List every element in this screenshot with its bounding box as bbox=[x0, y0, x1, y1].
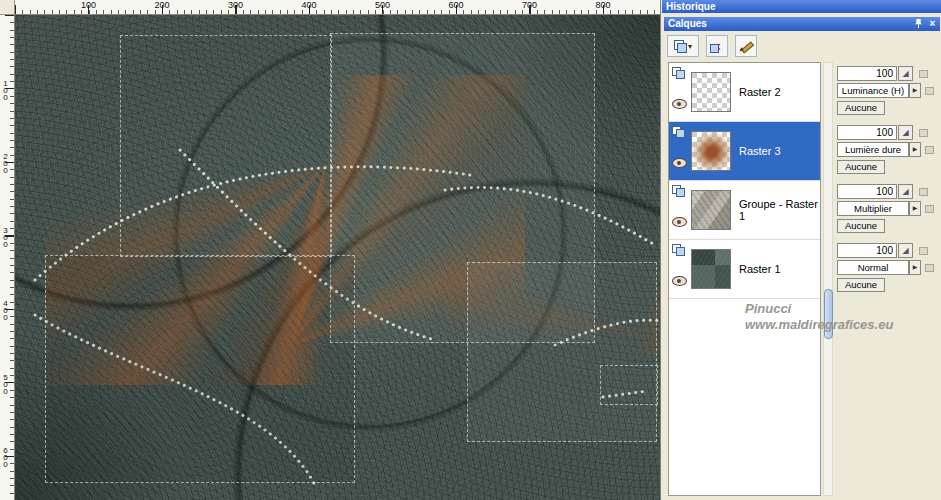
delete-layer-button[interactable]: × bbox=[706, 35, 728, 57]
visibility-eye-icon[interactable] bbox=[672, 217, 687, 227]
layer-controls-raster1: 100 ◢ Normal ▶ Aucune bbox=[835, 243, 941, 295]
layer-thumbnail bbox=[691, 72, 731, 112]
chevron-down-icon: ▾ bbox=[688, 42, 692, 51]
layer-thumbnail bbox=[691, 190, 731, 230]
opacity-slider-button[interactable]: ◢ bbox=[898, 184, 913, 199]
layer-controls-groupe-raster1: 100 ◢ Multiplier ▶ Aucune bbox=[835, 184, 941, 236]
layer-indicator-icon bbox=[925, 146, 934, 154]
pencil-icon bbox=[739, 39, 753, 53]
link-set-button[interactable]: Aucune bbox=[837, 160, 885, 174]
layer-type-icon bbox=[672, 244, 686, 256]
layer-type-icon bbox=[672, 185, 686, 197]
horizontal-ruler: 100 200 300 400 500 600 700 800 bbox=[15, 0, 660, 15]
blend-mode-arrow-icon[interactable]: ▶ bbox=[909, 142, 921, 157]
opacity-field[interactable]: 100 bbox=[837, 66, 897, 81]
watermark-text: Pinucci www.maldiregrafices.eu bbox=[745, 301, 893, 333]
new-layer-button[interactable]: ▾ bbox=[667, 35, 699, 57]
layer-indicator-icon bbox=[925, 87, 934, 95]
blend-mode-select[interactable]: Multiplier bbox=[837, 201, 909, 216]
link-set-button[interactable]: Aucune bbox=[837, 278, 885, 292]
right-panel: Historique Calques × ▾ × bbox=[660, 0, 941, 500]
layer-indicator-icon bbox=[925, 264, 934, 272]
watermark-line2: www.maldiregrafices.eu bbox=[745, 317, 893, 333]
edit-selection-button[interactable] bbox=[735, 35, 757, 57]
canvas-image[interactable] bbox=[15, 15, 660, 500]
layer-type-icon bbox=[672, 126, 686, 138]
layer-indicator-icon bbox=[919, 188, 928, 196]
blend-mode-select[interactable]: Luminance (H) bbox=[837, 83, 909, 98]
selection-marquee bbox=[600, 365, 658, 405]
watermark-line1: Pinucci bbox=[745, 301, 893, 317]
blend-mode-select[interactable]: Normal bbox=[837, 260, 909, 275]
ruler-ticks-major bbox=[5, 15, 14, 500]
layer-indicator-icon bbox=[919, 129, 928, 137]
vertical-ruler: 100 200 300 400 500 600 bbox=[0, 15, 15, 500]
canvas-area: 100 200 300 400 500 600 700 800 100 200 … bbox=[0, 0, 660, 500]
layer-name: Raster 3 bbox=[739, 145, 781, 157]
layer-row-raster2[interactable]: Raster 2 bbox=[669, 63, 820, 122]
layer-controls-raster3: 100 ◢ Lumière dure ▶ Aucune bbox=[835, 125, 941, 177]
layer-indicator-icon bbox=[919, 247, 928, 255]
layer-indicator-icon bbox=[919, 70, 928, 78]
ruler-corner bbox=[0, 0, 15, 15]
visibility-eye-icon[interactable] bbox=[672, 276, 687, 286]
layers-scrollbar[interactable] bbox=[823, 62, 833, 496]
blend-mode-arrow-icon[interactable]: ▶ bbox=[909, 201, 921, 216]
selection-marquee bbox=[120, 35, 332, 257]
opacity-slider-button[interactable]: ◢ bbox=[898, 125, 913, 140]
layer-square-icon bbox=[710, 44, 719, 53]
layers-toolbar: ▾ × bbox=[667, 34, 757, 58]
link-set-button[interactable]: Aucune bbox=[837, 219, 885, 233]
layers-list: Raster 2 Raster 3 Groupe - Raster 1 Rast… bbox=[668, 62, 821, 496]
visibility-eye-icon[interactable] bbox=[672, 158, 687, 168]
visibility-eye-icon[interactable] bbox=[672, 99, 687, 109]
opacity-slider-button[interactable]: ◢ bbox=[898, 66, 913, 81]
layer-indicator-icon bbox=[925, 205, 934, 213]
historique-titlebar[interactable]: Historique bbox=[662, 0, 941, 13]
blend-mode-arrow-icon[interactable]: ▶ bbox=[909, 83, 921, 98]
layer-thumbnail bbox=[691, 131, 731, 171]
opacity-slider-button[interactable]: ◢ bbox=[898, 243, 913, 258]
layer-controls-column: 100 ◢ Luminance (H) ▶ Aucune 100 ◢ Lumiè… bbox=[835, 62, 941, 496]
psp-workspace: 100 200 300 400 500 600 700 800 100 200 … bbox=[0, 0, 941, 500]
selection-marquee bbox=[45, 255, 355, 483]
layer-row-raster1[interactable]: Raster 1 bbox=[669, 240, 820, 299]
opacity-field[interactable]: 100 bbox=[837, 243, 897, 258]
blend-mode-select[interactable]: Lumière dure bbox=[837, 142, 909, 157]
layer-name: Raster 2 bbox=[739, 86, 781, 98]
pin-icon[interactable] bbox=[913, 18, 924, 29]
blend-mode-arrow-icon[interactable]: ▶ bbox=[909, 260, 921, 275]
selection-marquee bbox=[467, 262, 657, 442]
layer-thumbnail bbox=[691, 249, 731, 289]
layer-row-raster3[interactable]: Raster 3 bbox=[669, 122, 820, 181]
layer-type-icon bbox=[672, 67, 686, 79]
link-set-button[interactable]: Aucune bbox=[837, 101, 885, 115]
ruler-ticks-major bbox=[15, 5, 660, 14]
calques-titlebar[interactable]: Calques × bbox=[664, 17, 940, 31]
historique-title: Historique bbox=[666, 1, 715, 12]
opacity-field[interactable]: 100 bbox=[837, 125, 897, 140]
new-layer-icon bbox=[674, 40, 686, 52]
layer-row-groupe-raster1[interactable]: Groupe - Raster 1 bbox=[669, 181, 820, 240]
opacity-field[interactable]: 100 bbox=[837, 184, 897, 199]
layer-controls-raster2: 100 ◢ Luminance (H) ▶ Aucune bbox=[835, 66, 941, 118]
layer-name: Raster 1 bbox=[739, 263, 781, 275]
layer-name: Groupe - Raster 1 bbox=[739, 198, 820, 222]
close-icon[interactable]: × bbox=[927, 18, 938, 29]
calques-title: Calques bbox=[668, 18, 707, 29]
